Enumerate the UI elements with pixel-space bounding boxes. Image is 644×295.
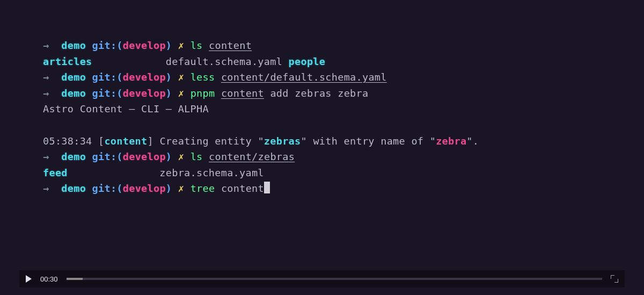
- git-label: git:: [92, 40, 117, 51]
- paren-open: (: [116, 40, 122, 51]
- command: less: [191, 71, 215, 83]
- progress-fill: [67, 278, 83, 280]
- command: pnpm: [191, 88, 215, 99]
- command: ls: [191, 151, 203, 162]
- progress-bar[interactable]: [67, 278, 602, 280]
- prompt-arrow: →: [43, 40, 49, 51]
- entity-name: zebras: [264, 135, 301, 147]
- prompt-line-2: → demo git:(develop) ✗ less content/defa…: [43, 69, 601, 85]
- command-arg: content: [215, 183, 264, 194]
- command-arg: content: [221, 88, 264, 99]
- blank-line: [43, 117, 601, 133]
- ls-file: zebra.schema.yaml: [159, 167, 264, 178]
- video-controls: 00:30: [19, 270, 625, 287]
- cursor-icon: [264, 182, 270, 193]
- command: ls: [191, 40, 203, 51]
- timestamp: 05:38:34: [43, 135, 98, 147]
- log-tag: content: [104, 135, 147, 147]
- command-arg: content/default.schema.yaml: [221, 71, 387, 83]
- prompt-line-4: → demo git:(develop) ✗ ls content/zebras: [43, 149, 601, 165]
- fullscreen-button[interactable]: [611, 275, 618, 283]
- command: tree: [191, 183, 215, 194]
- command-arg: add zebras zebra: [264, 88, 368, 99]
- output-line-3: feed zebra.schema.yaml: [43, 165, 601, 181]
- ls-dir: articles: [43, 56, 92, 67]
- paren-close: ): [166, 40, 172, 51]
- command-arg: content: [209, 40, 252, 51]
- prompt-line-3: → demo git:(develop) ✗ pnpm content add …: [43, 85, 601, 102]
- video-time: 00:30: [40, 275, 58, 283]
- command-arg: content/zebras: [209, 151, 295, 162]
- entry-name: zebra: [436, 135, 466, 147]
- log-line: 05:38:34 [content] Creating entity "zebr…: [43, 133, 601, 149]
- prompt-folder: demo: [61, 40, 86, 51]
- dirty-mark: ✗: [178, 40, 184, 51]
- ls-dir: feed: [43, 167, 68, 178]
- play-button[interactable]: [26, 275, 32, 283]
- git-branch: develop: [123, 40, 166, 51]
- ls-file: default.schema.yaml: [166, 56, 282, 67]
- prompt-line-5: → demo git:(develop) ✗ tree content: [43, 181, 601, 197]
- output-line-1: articles default.schema.yaml people: [43, 54, 601, 70]
- ls-dir: people: [289, 56, 326, 67]
- terminal-output: → demo git:(develop) ✗ ls content articl…: [0, 0, 644, 197]
- output-line-2: Astro Content — CLI — ALPHA: [43, 101, 601, 117]
- prompt-line-1: → demo git:(develop) ✗ ls content: [43, 38, 601, 54]
